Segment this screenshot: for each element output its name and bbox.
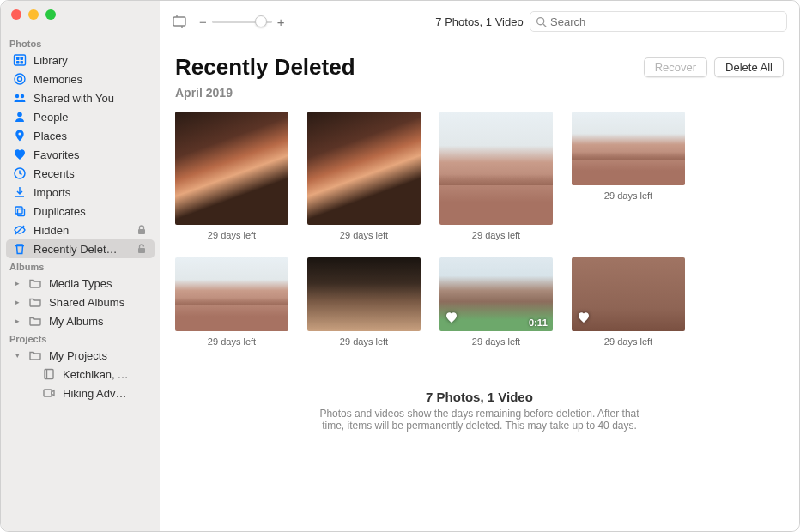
disclosure-icon: ▸ — [13, 279, 21, 287]
sidebar-item-label: Hiking Adventure — [63, 387, 129, 400]
sidebar-item-label: Recently Delet… — [33, 243, 129, 256]
sidebar-item-recents[interactable]: Recents — [6, 164, 155, 183]
zoom-window-button[interactable] — [45, 9, 56, 20]
sidebar-item-media-types[interactable]: ▸Media Types — [6, 274, 155, 293]
sidebar-item-label: Duplicates — [33, 205, 129, 218]
thumbnail-image[interactable] — [572, 112, 685, 185]
toolbar: − + 7 Photos, 1 Video — [160, 1, 799, 42]
zoom-out-label[interactable]: − — [199, 15, 207, 29]
days-left-caption: 29 days left — [604, 190, 652, 201]
thumbnail-item[interactable]: 29 days left — [572, 257, 685, 347]
sidebar-item-label: Media Types — [49, 277, 129, 290]
sidebar-item-places[interactable]: Places — [6, 126, 155, 145]
sidebar-item-label: Imports — [33, 186, 129, 199]
svg-point-6 — [18, 77, 22, 82]
video-icon — [42, 386, 56, 400]
video-duration: 0:11 — [529, 317, 548, 328]
sidebar-item-duplicates[interactable]: Duplicates — [6, 202, 155, 221]
thumbnail-size-slider[interactable] — [212, 21, 272, 23]
days-left-caption: 29 days left — [208, 336, 256, 347]
shared-icon — [13, 91, 27, 105]
unlocked-icon — [136, 243, 148, 255]
recover-button[interactable]: Recover — [644, 57, 707, 77]
sidebar-item-label: Shared with You — [33, 92, 129, 105]
sidebar-item-my-projects[interactable]: ▾My Projects — [6, 346, 155, 365]
hidden-icon — [13, 223, 27, 237]
svg-point-8 — [21, 94, 24, 98]
svg-point-10 — [18, 132, 21, 135]
sidebar-item-ketchikan-ak[interactable]: Ketchikan, AK — [6, 365, 155, 384]
duplicates-icon — [13, 204, 27, 218]
sidebar-item-recently-delet-[interactable]: Recently Delet… — [6, 239, 155, 258]
thumbnail-item[interactable]: 29 days left — [175, 257, 288, 347]
thumbnail-image[interactable] — [307, 257, 421, 331]
thumbnail-item[interactable]: 29 days left — [439, 112, 553, 240]
disclosure-icon: ▸ — [13, 317, 21, 325]
svg-rect-12 — [15, 207, 22, 214]
thumbnail-item[interactable]: 29 days left — [175, 112, 288, 240]
svg-rect-18 — [173, 17, 185, 26]
search-input[interactable] — [550, 15, 781, 28]
sidebar-item-shared-with-you[interactable]: Shared with You — [6, 88, 155, 107]
sidebar-item-hiking-adventure[interactable]: Hiking Adventure — [6, 384, 155, 402]
favorite-heart-icon — [577, 311, 591, 328]
thumbnail-item[interactable]: 29 days left — [307, 112, 421, 240]
svg-rect-3 — [16, 61, 20, 64]
sidebar-item-my-albums[interactable]: ▸My Albums — [6, 311, 155, 330]
thumbnail-image[interactable] — [307, 112, 421, 225]
sidebar-item-label: Recents — [33, 167, 129, 180]
svg-rect-4 — [21, 61, 24, 64]
people-icon — [13, 110, 27, 124]
thumbnail-image[interactable] — [439, 112, 553, 225]
sidebar-item-label: Shared Albums — [49, 296, 129, 309]
delete-all-button[interactable]: Delete All — [714, 57, 784, 77]
date-section-label: April 2019 — [175, 86, 784, 100]
thumbnail-item[interactable]: 0:1129 days left — [439, 257, 553, 347]
svg-rect-16 — [45, 370, 53, 379]
svg-rect-1 — [16, 57, 20, 61]
favorite-heart-icon — [445, 311, 458, 328]
sidebar-item-label: Hidden — [33, 224, 129, 237]
thumbnail-item[interactable]: 29 days left — [307, 257, 421, 347]
aspect-crop-icon[interactable] — [172, 14, 187, 29]
toolbar-title: 7 Photos, 1 Video — [435, 15, 523, 28]
sidebar-item-memories[interactable]: Memories — [6, 70, 155, 88]
svg-rect-0 — [15, 55, 26, 65]
minimize-window-button[interactable] — [28, 9, 39, 20]
close-window-button[interactable] — [11, 9, 21, 20]
svg-point-9 — [17, 112, 22, 118]
thumbnail-image[interactable] — [572, 257, 685, 331]
thumbnail-item[interactable]: 29 days left — [572, 112, 685, 240]
days-left-caption: 29 days left — [340, 336, 388, 347]
lock-icon — [136, 224, 148, 236]
thumbnail-image[interactable] — [175, 112, 288, 225]
svg-rect-15 — [138, 248, 145, 253]
trash-icon — [13, 242, 27, 256]
window-controls — [1, 9, 160, 35]
footer-explain: Photos and videos show the days remainin… — [308, 408, 652, 432]
heart-icon — [13, 148, 27, 161]
sidebar-item-favorites[interactable]: Favorites — [6, 145, 155, 164]
sidebar-item-label: My Albums — [49, 315, 129, 328]
sidebar-section-albums-label: Albums — [1, 258, 160, 274]
sidebar-item-label: Favorites — [33, 148, 129, 161]
zoom-in-label[interactable]: + — [277, 15, 285, 29]
book-icon — [42, 367, 56, 381]
sidebar-item-hidden[interactable]: Hidden — [6, 221, 155, 239]
svg-rect-17 — [44, 390, 52, 396]
thumbnail-image[interactable] — [175, 257, 288, 331]
sidebar-item-people[interactable]: People — [6, 107, 155, 126]
sidebar-item-imports[interactable]: Imports — [6, 183, 155, 202]
svg-rect-13 — [18, 209, 25, 216]
search-field[interactable] — [530, 11, 787, 32]
memories-icon — [13, 72, 27, 86]
places-icon — [13, 129, 27, 142]
sidebar-item-shared-albums[interactable]: ▸Shared Albums — [6, 293, 155, 311]
sidebar-item-label: Library — [33, 54, 129, 67]
thumbnail-image[interactable]: 0:11 — [439, 257, 553, 331]
days-left-caption: 29 days left — [472, 336, 520, 347]
sidebar-item-label: Memories — [33, 73, 129, 86]
sidebar-item-library[interactable]: Library — [6, 51, 155, 70]
content: Recently Deleted Recover Delete All Apri… — [160, 42, 799, 531]
sidebar-item-label: Ketchikan, AK — [63, 368, 129, 381]
